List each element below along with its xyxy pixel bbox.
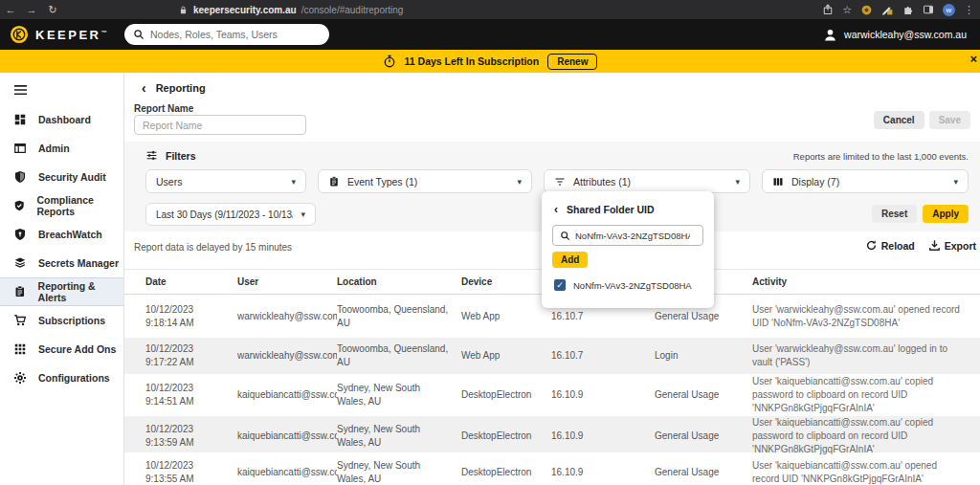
date-range-value: Last 30 Days (9/11/2023 - 10/13/2023) bbox=[156, 209, 293, 220]
sidebar-item-label: Subscriptions bbox=[38, 315, 105, 326]
table-row[interactable]: 10/12/20239:14:51 AMkaiquebiancatti@ssw.… bbox=[124, 374, 980, 416]
cell-device: Web App bbox=[461, 310, 551, 323]
popup-search-input[interactable] bbox=[575, 231, 690, 241]
sidebar-item-dashboard[interactable]: Dashboard bbox=[0, 105, 123, 134]
cell-date: 10/12/20239:14:51 AM bbox=[145, 382, 237, 408]
save-button[interactable]: Save bbox=[929, 111, 970, 129]
reset-button[interactable]: Reset bbox=[872, 205, 917, 223]
cell-device: DesktopElectron bbox=[461, 430, 551, 443]
report-name-input[interactable] bbox=[134, 115, 306, 135]
cell-date: 10/12/20239:13:59 AM bbox=[145, 423, 237, 450]
cell-category: Login bbox=[655, 349, 752, 363]
table-row[interactable]: 10/12/20239:17:22 AMwarwickleahy@ssw.com… bbox=[124, 338, 980, 374]
sidebar-item-admin[interactable]: Admin bbox=[0, 134, 123, 163]
cell-category: General Usage bbox=[655, 388, 752, 402]
sidebar-item-secure-add-ons[interactable]: Secure Add Ons bbox=[0, 335, 123, 364]
column-header: User bbox=[237, 276, 337, 287]
checked-checkbox-icon[interactable]: ✓ bbox=[554, 279, 566, 291]
cell-user: kaiquebiancatti@ssw.com.... bbox=[237, 388, 337, 402]
back-icon[interactable]: ← bbox=[0, 4, 21, 15]
sidebar-item-label: Configurations bbox=[38, 372, 110, 384]
back-to-reporting[interactable]: ‹ Reporting bbox=[142, 81, 206, 95]
sidebar-item-breachwatch[interactable]: BreachWatch bbox=[0, 220, 123, 249]
bookmark-star-icon[interactable]: ☆ bbox=[842, 4, 852, 16]
chevron-down-icon: ▾ bbox=[517, 177, 522, 187]
share-icon[interactable] bbox=[822, 4, 834, 15]
forward-icon[interactable]: → bbox=[21, 4, 42, 15]
sidebar-item-security-audit[interactable]: Security Audit bbox=[0, 163, 123, 191]
cell-date: 10/12/20239:18:14 AM bbox=[145, 303, 237, 330]
attributes-dropdown[interactable]: Attributes (1) ▾ bbox=[544, 169, 750, 193]
address-bar[interactable]: keepersecurity.com.au/console/#auditrepo… bbox=[178, 5, 403, 15]
chevron-left-icon: ‹ bbox=[554, 204, 558, 215]
dashboard-icon bbox=[13, 113, 27, 126]
uid-option-label: NoNfm-VAv3-2NZgTSD08HA bbox=[573, 280, 692, 291]
chevron-left-icon: ‹ bbox=[142, 81, 146, 95]
pen-extension-icon[interactable] bbox=[881, 4, 894, 16]
sidebar-item-label: Secure Add Ons bbox=[38, 343, 116, 355]
cell-date: 10/12/20239:13:55 AM bbox=[145, 459, 237, 485]
sidebar-item-configurations[interactable]: Configurations bbox=[0, 364, 123, 392]
clipboard-icon bbox=[328, 176, 340, 187]
browser-menu-icon[interactable]: ⋮ bbox=[964, 4, 974, 16]
layers-icon bbox=[13, 256, 27, 270]
search-icon bbox=[133, 29, 145, 40]
sidebar-item-compliance-reports[interactable]: Compliance Reports bbox=[0, 191, 123, 220]
keeper-extension-icon[interactable] bbox=[860, 4, 873, 16]
renew-button[interactable]: Renew bbox=[547, 54, 597, 70]
users-dropdown[interactable]: Users ▾ bbox=[145, 169, 306, 193]
global-search-input[interactable] bbox=[150, 29, 303, 40]
sidebar-item-subscriptions[interactable]: Subscriptions bbox=[0, 306, 123, 335]
cell-category: General Usage bbox=[655, 430, 752, 443]
hamburger-menu-icon[interactable] bbox=[13, 84, 28, 96]
popup-back[interactable]: ‹ Shared Folder UID bbox=[554, 204, 655, 215]
column-header: Location bbox=[337, 276, 461, 287]
gear-icon bbox=[13, 371, 27, 385]
cell-version: 16.10.9 bbox=[551, 430, 655, 443]
lock-icon bbox=[178, 5, 189, 15]
cell-location: Toowoomba, Queensland, AU bbox=[337, 303, 461, 330]
cell-device: DesktopElectron bbox=[461, 466, 551, 479]
cell-version: 16.10.7 bbox=[551, 310, 655, 323]
cell-user: warwickleahy@ssw.com.au bbox=[237, 310, 337, 323]
date-range-dropdown[interactable]: Last 30 Days (9/11/2023 - 10/13/2023) ▾ bbox=[145, 203, 316, 226]
url-path: /console/#auditreporting bbox=[301, 5, 404, 15]
filters-header: Filters bbox=[145, 149, 196, 162]
cell-user: warwickleahy@ssw.com.au bbox=[237, 349, 337, 363]
sidebar-item-reporting-alerts[interactable]: Reporting & Alerts bbox=[0, 277, 123, 306]
column-header: Device bbox=[461, 276, 551, 287]
cell-location: Sydney, New South Wales, AU bbox=[337, 423, 461, 450]
cell-location: Sydney, New South Wales, AU bbox=[337, 382, 461, 408]
cancel-button[interactable]: Cancel bbox=[874, 111, 924, 129]
grid-dots-icon bbox=[13, 342, 27, 356]
add-button[interactable]: Add bbox=[552, 252, 588, 268]
apply-button[interactable]: Apply bbox=[923, 205, 969, 223]
sidebar-item-secrets-manager[interactable]: Secrets Manager bbox=[0, 249, 123, 277]
funnel-lines-icon bbox=[554, 176, 566, 187]
event-types-dropdown[interactable]: Event Types (1) ▾ bbox=[318, 169, 532, 193]
side-panel-icon[interactable] bbox=[923, 4, 934, 15]
uid-option-row[interactable]: ✓ NoNfm-VAv3-2NZgTSD08HA bbox=[554, 279, 692, 291]
sidebar-item-label: Dashboard bbox=[38, 114, 91, 125]
extensions-puzzle-icon[interactable] bbox=[902, 4, 914, 15]
browser-profile-avatar[interactable]: w bbox=[943, 4, 955, 16]
popup-search[interactable] bbox=[552, 225, 703, 246]
reload-button[interactable]: Reload bbox=[865, 239, 915, 252]
url-domain: keepersecurity.com.au bbox=[193, 5, 297, 15]
export-button[interactable]: Export bbox=[928, 239, 976, 252]
brand-wordmark: KEEPER™ bbox=[35, 28, 109, 42]
account-menu[interactable]: warwickleahy@ssw.com.au bbox=[823, 19, 967, 50]
cell-activity: User 'kaiquebiancatti@ssw.com.au' opened… bbox=[752, 459, 972, 485]
chevron-down-icon: ▾ bbox=[953, 177, 958, 187]
shield-check-icon bbox=[13, 199, 25, 212]
display-dropdown[interactable]: Display (7) ▾ bbox=[762, 169, 969, 193]
banner-message: 11 Days Left In Subscription bbox=[405, 55, 540, 67]
table-row[interactable]: 10/12/20239:13:59 AMkaiquebiancatti@ssw.… bbox=[124, 416, 980, 452]
popup-title: Shared Folder UID bbox=[567, 204, 655, 215]
table-row[interactable]: 10/12/20239:13:55 AMkaiquebiancatti@ssw.… bbox=[124, 452, 980, 485]
keeper-logo[interactable]: KEEPER™ bbox=[10, 25, 109, 44]
sidebar-item-label: BreachWatch bbox=[38, 229, 102, 240]
reload-page-icon[interactable]: ↻ bbox=[42, 4, 63, 16]
banner-close-icon[interactable]: × bbox=[969, 53, 977, 65]
global-search[interactable] bbox=[124, 24, 329, 45]
